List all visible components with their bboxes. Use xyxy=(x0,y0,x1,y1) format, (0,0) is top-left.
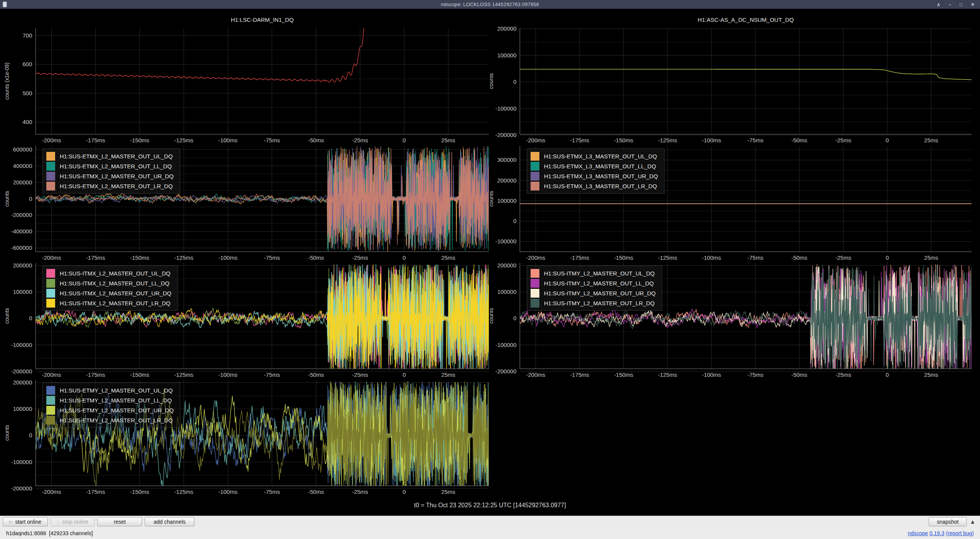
svg-text:-25ms: -25ms xyxy=(352,137,368,143)
minimize-window-icon[interactable]: – xyxy=(949,2,951,7)
svg-text:200000: 200000 xyxy=(497,262,516,269)
svg-text:-75ms: -75ms xyxy=(264,137,280,143)
svg-text:-50ms: -50ms xyxy=(308,254,324,261)
svg-text:-150ms: -150ms xyxy=(130,371,149,378)
svg-text:0: 0 xyxy=(513,218,516,224)
svg-text:-150ms: -150ms xyxy=(130,489,149,495)
channel-color-swatch xyxy=(46,269,55,278)
plot-sus-etmx-l2[interactable]: -600000-400000-2000000200000400000600000… xyxy=(0,145,490,262)
snapshot-button[interactable]: snapshot xyxy=(929,517,967,526)
svg-text:-200ms: -200ms xyxy=(42,489,61,495)
report-bug-open-paren: ( xyxy=(944,530,948,536)
svg-text:200000: 200000 xyxy=(13,179,32,186)
version-link[interactable]: 0.19.3 xyxy=(929,530,944,536)
svg-text:-100ms: -100ms xyxy=(702,137,721,143)
channel-name-label: H1:SUS-ITMY_L2_MASTER_OUT_UL_DQ xyxy=(544,270,655,277)
plot-asc-as-nsum[interactable]: -200000-1000000100000200000-200ms-175ms-… xyxy=(490,9,980,145)
svg-text:-150ms: -150ms xyxy=(130,254,149,261)
y-axis-label: counts xyxy=(4,425,10,441)
channel-color-swatch xyxy=(531,172,539,181)
channel-color-swatch xyxy=(46,416,55,425)
svg-text:-600000: -600000 xyxy=(11,244,32,251)
channel-color-swatch xyxy=(46,152,55,161)
shade-window-icon[interactable]: ∧ xyxy=(937,2,940,7)
channel-name-label: H1:SUS-ITMY_L2_MASTER_OUT_LL_DQ xyxy=(544,280,654,287)
svg-text:-200ms: -200ms xyxy=(42,254,61,261)
svg-text:0: 0 xyxy=(885,371,889,378)
channel-name-label: H1:SUS-ITMX_L2_MASTER_OUT_UL_DQ xyxy=(60,270,170,277)
legend-item: H1:SUS-ETMX_L3_MASTER_OUT_UL_DQ xyxy=(531,151,658,161)
about-links: ndscope 0.19.3 (report bug) xyxy=(908,530,974,536)
svg-text:-50ms: -50ms xyxy=(791,254,807,261)
svg-text:0: 0 xyxy=(403,371,406,378)
svg-text:-175ms: -175ms xyxy=(570,254,589,261)
legend-item: H1:SUS-ETMY_L2_MASTER_OUT_LL_DQ xyxy=(46,395,174,405)
svg-text:-100000: -100000 xyxy=(11,342,32,348)
ndscope-link[interactable]: ndscope xyxy=(908,530,928,536)
svg-text:-200ms: -200ms xyxy=(42,371,61,378)
channel-color-swatch xyxy=(46,279,55,288)
legend-item: H1:SUS-ETMY_L2_MASTER_OUT_UR_DQ xyxy=(46,405,174,415)
channel-name-label: H1:SUS-ITMX_L2_MASTER_OUT_LR_DQ xyxy=(60,300,170,306)
channel-name-label: H1:SUS-ETMX_L3_MASTER_OUT_UR_DQ xyxy=(544,173,658,179)
svg-text:100000: 100000 xyxy=(497,52,516,59)
svg-text:0: 0 xyxy=(403,489,406,495)
svg-text:-100ms: -100ms xyxy=(218,137,237,143)
channel-name-label: H1:SUS-ETMX_L2_MASTER_OUT_UL_DQ xyxy=(60,153,173,160)
legend-item: H1:SUS-ETMY_L2_MASTER_OUT_UL_DQ xyxy=(46,385,174,395)
stop-online-button[interactable]: □ stop online xyxy=(51,517,95,526)
plot-sus-etmy-l2[interactable]: -200000-1000000100000200000-200ms-175ms-… xyxy=(0,379,490,496)
plot-legend: H1:SUS-ETMX_L2_MASTER_OUT_UL_DQH1:SUS-ET… xyxy=(42,148,180,194)
play-icon: ▷ xyxy=(9,519,12,524)
channel-name-label: H1:SUS-ITMX_L2_MASTER_OUT_UR_DQ xyxy=(60,290,172,296)
svg-text:0: 0 xyxy=(513,315,516,321)
svg-text:-50ms: -50ms xyxy=(791,137,807,143)
channel-name-label: H1:SUS-ETMX_L2_MASTER_OUT_LR_DQ xyxy=(60,183,173,189)
svg-text:-25ms: -25ms xyxy=(352,371,368,378)
reset-button[interactable]: reset xyxy=(97,517,142,526)
status-bar: h1daqnds1:8088 [429233 channels] ndscope… xyxy=(0,527,980,539)
channel-name-label: H1:SUS-ITMY_L2_MASTER_OUT_UR_DQ xyxy=(544,290,656,296)
svg-text:-100ms: -100ms xyxy=(702,371,721,378)
svg-text:-175ms: -175ms xyxy=(570,137,589,143)
svg-text:-400000: -400000 xyxy=(11,228,32,234)
channel-name-label: H1:SUS-ETMY_L2_MASTER_OUT_LL_DQ xyxy=(60,397,172,404)
channel-name-label: H1:SUS-ETMY_L2_MASTER_OUT_UL_DQ xyxy=(60,387,173,394)
svg-text:-175ms: -175ms xyxy=(86,489,105,495)
plot-legend: H1:SUS-ETMX_L3_MASTER_OUT_UL_DQH1:SUS-ET… xyxy=(527,148,665,194)
plot-lsc-darm[interactable]: 400500600700-200ms-175ms-150ms-125ms-100… xyxy=(0,9,490,145)
channel-name-label: H1:SUS-ITMX_L2_MASTER_OUT_LL_DQ xyxy=(60,280,170,287)
svg-text:25ms: 25ms xyxy=(441,137,456,143)
svg-text:-200000: -200000 xyxy=(495,368,516,375)
start-online-label: start online xyxy=(15,519,41,525)
start-online-button[interactable]: ▷ start online xyxy=(3,517,48,526)
svg-text:-25ms: -25ms xyxy=(835,137,851,143)
legend-item: H1:SUS-ITMX_L2_MASTER_OUT_LL_DQ xyxy=(46,278,172,288)
svg-text:0: 0 xyxy=(29,432,32,438)
report-bug-link[interactable]: report bug xyxy=(948,530,972,536)
close-window-icon[interactable]: ✕ xyxy=(971,2,975,7)
svg-text:-100000: -100000 xyxy=(495,238,516,244)
svg-text:-50ms: -50ms xyxy=(791,371,807,378)
channel-color-swatch xyxy=(46,182,55,191)
y-axis-label: counts xyxy=(490,308,494,324)
add-channels-button[interactable]: add channels xyxy=(145,517,194,526)
svg-text:200000: 200000 xyxy=(497,177,516,184)
channel-name-label: H1:SUS-ETMX_L3_MASTER_OUT_UL_DQ xyxy=(544,153,657,160)
plot-sus-etmx-l3[interactable]: -1000000100000200000300000-200ms-175ms-1… xyxy=(490,145,980,262)
svg-text:-125ms: -125ms xyxy=(658,254,677,261)
svg-text:-200ms: -200ms xyxy=(42,137,61,143)
legend-item: H1:SUS-ETMX_L2_MASTER_OUT_LL_DQ xyxy=(46,161,174,171)
svg-text:0: 0 xyxy=(885,254,889,261)
svg-text:-100000: -100000 xyxy=(11,459,32,465)
plot-sus-itmy-l2[interactable]: -200000-1000000100000200000-200ms-175ms-… xyxy=(490,262,980,379)
svg-text:-125ms: -125ms xyxy=(174,137,193,143)
svg-text:-200ms: -200ms xyxy=(526,371,545,378)
server-status-text: h1daqnds1:8088 [429233 channels] xyxy=(6,530,93,536)
legend-item: H1:SUS-ETMX_L2_MASTER_OUT_LR_DQ xyxy=(46,181,174,191)
plot-sus-itmx-l2[interactable]: -200000-1000000100000200000-200ms-175ms-… xyxy=(0,262,490,379)
maximize-window-icon[interactable]: □ xyxy=(960,2,962,7)
expand-arrow-icon[interactable]: ▲ xyxy=(970,518,975,525)
svg-text:200000: 200000 xyxy=(497,25,516,32)
svg-text:0: 0 xyxy=(403,137,406,143)
